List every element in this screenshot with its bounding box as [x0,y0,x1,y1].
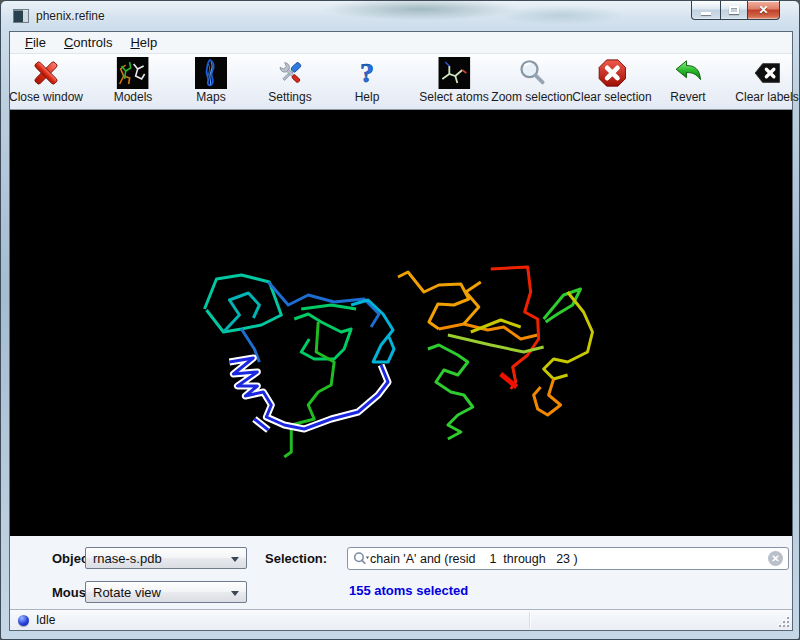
revert-icon [672,57,704,89]
object-dropdown[interactable]: rnase-s.pdb [85,547,247,569]
atoms-selected-text: 155 atoms selected [349,583,468,598]
search-icon[interactable] [353,551,370,567]
molecule-viewport[interactable] [10,110,792,536]
help-icon: ? [351,57,383,89]
title-bar[interactable]: phenix.refine [1,1,799,31]
menu-controls[interactable]: Controls [55,33,121,53]
models-icon [117,57,149,89]
settings-button[interactable]: Settings [268,57,311,104]
mouse-mode-dropdown[interactable]: Rotate view [85,581,247,603]
menu-bar: File Controls Help [10,32,792,54]
selection-input[interactable] [370,552,768,566]
clear-selection-icon [596,57,628,89]
status-indicator-icon [18,615,29,626]
models-button[interactable]: Models [114,57,153,104]
help-button[interactable]: ? Help [351,57,383,104]
molecule-trace [10,110,792,536]
menu-file[interactable]: File [16,33,55,53]
window-title: phenix.refine [36,9,105,23]
clear-labels-icon [751,57,783,89]
controls-panel: Object: rnase-s.pdb Selection: ✕ Mouse: … [10,536,792,609]
status-bar: Idle [10,609,792,630]
selection-label: Selection: [265,551,327,566]
maps-icon [195,57,227,89]
settings-icon [274,57,306,89]
svg-text:?: ? [360,58,374,88]
zoom-selection-icon [516,57,548,89]
mouse-mode-value: Rotate view [93,585,161,600]
clear-text-icon[interactable]: ✕ [768,551,783,566]
window-controls: ✕ [691,1,780,20]
select-atoms-icon [438,57,470,89]
client-area: File Controls Help Close window [9,31,793,631]
clear-selection-button[interactable]: Clear selection [572,57,651,104]
revert-button[interactable]: Revert [670,57,705,104]
zoom-selection-button[interactable]: Zoom selection [491,57,572,104]
status-bar-separator [529,612,530,628]
close-window-icon [30,57,62,89]
status-text: Idle [36,613,55,627]
minimize-icon [701,12,711,15]
app-icon [13,9,29,23]
toolbar: Close window Models [10,54,792,110]
maximize-button[interactable] [720,1,748,20]
maximize-icon [729,6,739,14]
object-value: rnase-s.pdb [93,551,162,566]
minimize-button[interactable] [691,1,720,20]
app-window: phenix.refine ✕ File Controls Help [0,0,800,640]
close-icon: ✕ [758,4,768,16]
maps-button[interactable]: Maps [195,57,227,104]
search-options-arrow-icon [366,556,369,559]
close-button[interactable]: ✕ [748,1,780,20]
clear-labels-button[interactable]: Clear labels [735,57,798,104]
menu-help[interactable]: Help [121,33,166,53]
select-atoms-button[interactable]: Select atoms [419,57,488,104]
resize-grip[interactable] [779,617,789,627]
selection-search-field[interactable]: ✕ [347,547,789,570]
close-window-button[interactable]: Close window [9,57,83,104]
